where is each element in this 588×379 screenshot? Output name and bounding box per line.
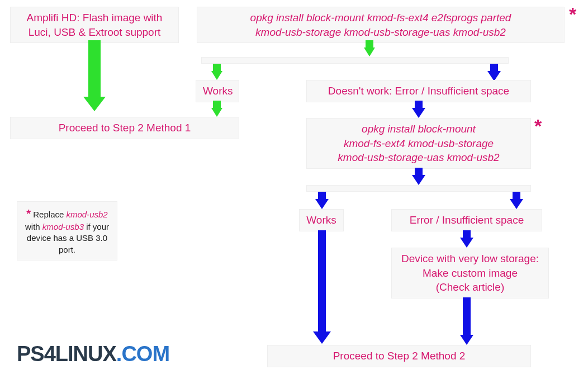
asterisk-1: *	[569, 3, 576, 25]
logo-ps4linux: PS4LINUX.COM	[17, 342, 169, 366]
box-low-storage: Device with very low storage:Make custom…	[391, 248, 549, 299]
logo-text: PS4LINUX	[17, 342, 116, 366]
box-works-2: Works	[299, 209, 344, 231]
note-prefix: Replace	[31, 210, 66, 219]
splitter-2	[306, 185, 531, 192]
note-middle: with	[25, 222, 42, 231]
note-em1: kmod-usb2	[66, 210, 107, 219]
box-opkg-short: opkg install block-mountkmod-fs-ext4 kmo…	[306, 118, 531, 169]
note-star: *	[26, 207, 31, 220]
box-opkg-full: opkg install block-mount kmod-fs-ext4 e2…	[197, 7, 565, 43]
box-proceed-m2: Proceed to Step 2 Method 2	[267, 345, 531, 367]
asterisk-2: *	[534, 115, 542, 137]
splitter-1	[201, 57, 509, 64]
logo-dot: .	[116, 342, 122, 366]
box-doesnt-work: Doesn't work: Error / Insufficient space	[306, 80, 531, 102]
logo-com: COM	[121, 342, 169, 366]
box-proceed-m1: Proceed to Step 2 Method 1	[10, 117, 239, 139]
box-works-1: Works	[196, 80, 239, 102]
box-amplifi: Amplifi HD: Flash image withLuci, USB & …	[10, 7, 179, 43]
box-error-2: Error / Insufficient space	[391, 209, 542, 231]
note-replace-usb: * Replace kmod-usb2 with kmod-usb3 if yo…	[17, 201, 117, 260]
note-em2: kmod-usb3	[42, 222, 84, 231]
